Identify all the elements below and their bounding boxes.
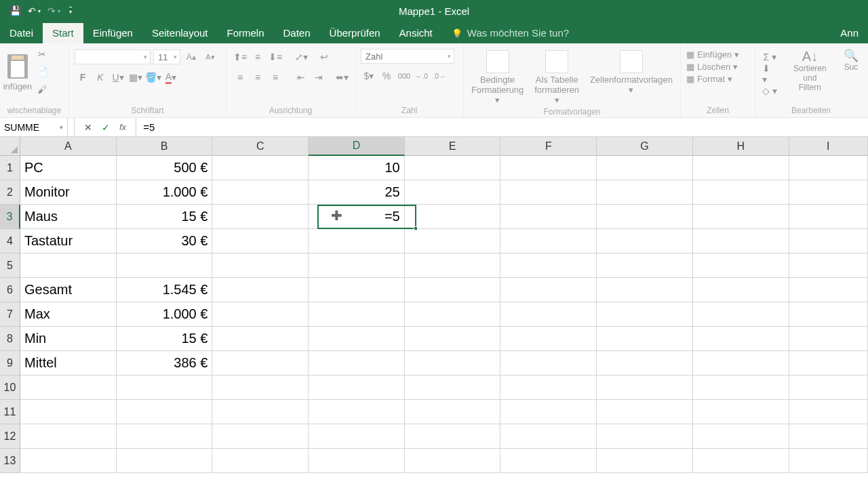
- clear-button[interactable]: ◇ ▾: [760, 83, 781, 99]
- cell-D12[interactable]: [309, 424, 405, 449]
- cell-A2[interactable]: Monitor: [20, 180, 117, 205]
- cell-D10[interactable]: [309, 375, 405, 400]
- cell-F5[interactable]: [500, 253, 597, 278]
- cell-B12[interactable]: [117, 424, 213, 449]
- cell-A11[interactable]: [20, 400, 117, 424]
- sort-filter-button[interactable]: A↓ Sortieren und Filtern: [782, 49, 838, 92]
- tab-data[interactable]: Daten: [274, 23, 320, 43]
- cell-G9[interactable]: [597, 351, 693, 375]
- cell-C7[interactable]: [212, 302, 309, 327]
- accounting-format-button[interactable]: $▾: [361, 68, 377, 84]
- paste-button[interactable]: infügen: [3, 46, 33, 99]
- cell-C6[interactable]: [212, 278, 309, 302]
- cell-H2[interactable]: [693, 180, 789, 205]
- percent-format-button[interactable]: %: [378, 68, 395, 84]
- indent-decrease-button[interactable]: ⇤: [293, 69, 309, 85]
- font-name-combo[interactable]: [75, 49, 151, 64]
- cell-H1[interactable]: [693, 156, 789, 180]
- cell-G3[interactable]: [597, 205, 693, 229]
- rowhead-1[interactable]: 1: [0, 156, 20, 180]
- comma-format-button[interactable]: 000: [396, 68, 412, 84]
- align-left-button[interactable]: ≡: [232, 69, 248, 85]
- cell-E2[interactable]: [405, 180, 501, 205]
- cell-G6[interactable]: [597, 278, 693, 302]
- cell-I6[interactable]: [789, 278, 869, 302]
- colhead-h[interactable]: H: [693, 137, 789, 156]
- insert-cells-button[interactable]: ▦Einfügen ▾: [685, 49, 741, 60]
- cell-B1[interactable]: 500 €: [117, 156, 213, 180]
- cell-D3[interactable]: =5: [309, 205, 405, 229]
- format-cells-button[interactable]: ▦Format ▾: [685, 73, 734, 85]
- align-top-button[interactable]: ⬆≡: [232, 49, 248, 65]
- cell-D5[interactable]: [309, 253, 405, 278]
- tab-formulas[interactable]: Formeln: [218, 23, 274, 43]
- enter-formula-button[interactable]: ✓: [102, 122, 110, 133]
- cell-I13[interactable]: [789, 449, 869, 473]
- rowhead-10[interactable]: 10: [0, 375, 20, 400]
- cell-E1[interactable]: [405, 156, 501, 180]
- cell-F3[interactable]: [500, 205, 597, 229]
- rowhead-2[interactable]: 2: [0, 180, 20, 205]
- grow-font-button[interactable]: A▴: [183, 49, 199, 65]
- cell-E12[interactable]: [405, 424, 501, 449]
- underline-button[interactable]: U ▾: [110, 69, 126, 85]
- colhead-c[interactable]: C: [212, 137, 309, 156]
- align-middle-button[interactable]: ≡: [250, 49, 266, 65]
- cell-H4[interactable]: [693, 229, 789, 253]
- cell-F8[interactable]: [500, 327, 597, 351]
- cell-D7[interactable]: [309, 302, 405, 327]
- cell-B3[interactable]: 15 €: [117, 205, 213, 229]
- cell-B9[interactable]: 386 €: [117, 351, 213, 375]
- rowhead-9[interactable]: 9: [0, 351, 20, 375]
- formula-input[interactable]: =5: [136, 118, 868, 136]
- font-size-combo[interactable]: 11: [153, 49, 180, 64]
- cell-F1[interactable]: [500, 156, 597, 180]
- cell-A3[interactable]: Maus: [20, 205, 117, 229]
- cell-C13[interactable]: [212, 449, 309, 473]
- cell-F13[interactable]: [500, 449, 597, 473]
- cell-C1[interactable]: [212, 156, 309, 180]
- cell-E3[interactable]: [405, 205, 501, 229]
- conditional-formatting-button[interactable]: Bedingte Formatierung▾: [467, 47, 528, 106]
- fill-color-button[interactable]: 🪣▾: [145, 69, 161, 85]
- tab-share[interactable]: Ann: [831, 23, 868, 43]
- colhead-d[interactable]: D: [309, 137, 405, 156]
- rowhead-12[interactable]: 12: [0, 424, 20, 449]
- cancel-formula-button[interactable]: ✕: [84, 122, 92, 133]
- fx-icon[interactable]: fx: [119, 122, 126, 132]
- cell-C9[interactable]: [212, 351, 309, 375]
- font-color-button[interactable]: A▾: [163, 69, 179, 85]
- colhead-f[interactable]: F: [500, 137, 597, 156]
- cell-B4[interactable]: 30 €: [117, 229, 213, 253]
- cell-F12[interactable]: [500, 424, 597, 449]
- cell-C8[interactable]: [212, 327, 309, 351]
- cell-C3[interactable]: [212, 205, 309, 229]
- undo-button[interactable]: ↶▾: [28, 5, 41, 16]
- cell-B10[interactable]: [117, 375, 213, 400]
- tab-review[interactable]: Überprüfen: [320, 23, 390, 43]
- cell-I4[interactable]: [789, 229, 869, 253]
- tab-home[interactable]: Start: [43, 23, 83, 43]
- cell-D2[interactable]: 25: [309, 180, 405, 205]
- cell-B7[interactable]: 1.000 €: [117, 302, 213, 327]
- cell-G2[interactable]: [597, 180, 693, 205]
- cell-H11[interactable]: [693, 400, 789, 424]
- cell-A7[interactable]: Max: [20, 302, 117, 327]
- rowhead-6[interactable]: 6: [0, 278, 20, 302]
- cell-G5[interactable]: [597, 253, 693, 278]
- cell-G10[interactable]: [597, 375, 693, 400]
- cell-G13[interactable]: [597, 449, 693, 473]
- cell-E11[interactable]: [405, 400, 501, 424]
- tab-insert[interactable]: Einfügen: [83, 23, 142, 43]
- cell-F6[interactable]: [500, 278, 597, 302]
- rowhead-11[interactable]: 11: [0, 400, 20, 424]
- tell-me-search[interactable]: Was möchten Sie tun?: [442, 23, 578, 43]
- cell-C12[interactable]: [212, 424, 309, 449]
- cell-F11[interactable]: [500, 400, 597, 424]
- cell-D6[interactable]: [309, 278, 405, 302]
- cell-H7[interactable]: [693, 302, 789, 327]
- cell-D11[interactable]: [309, 400, 405, 424]
- rowhead-13[interactable]: 13: [0, 449, 20, 473]
- cell-I3[interactable]: [789, 205, 869, 229]
- bold-button[interactable]: F: [75, 69, 91, 85]
